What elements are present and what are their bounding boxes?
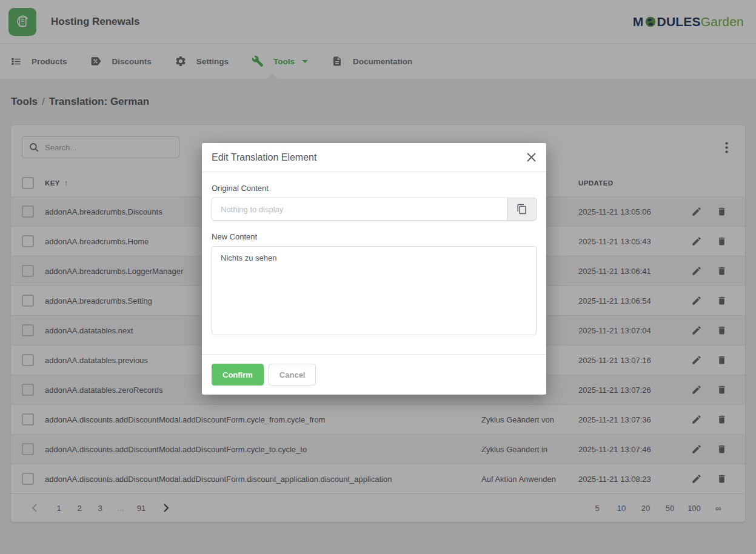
modal-footer: Confirm Cancel — [202, 354, 546, 395]
close-icon — [527, 153, 536, 162]
modal-header: Edit Translation Element — [202, 143, 546, 172]
close-button[interactable] — [526, 152, 537, 163]
edit-translation-modal: Edit Translation Element Original Conten… — [202, 143, 546, 395]
copy-button[interactable] — [507, 198, 537, 221]
copy-icon — [517, 204, 527, 215]
modal-title: Edit Translation Element — [212, 152, 316, 163]
original-content-input[interactable] — [212, 198, 507, 221]
original-content-label: Original Content — [212, 184, 537, 193]
new-content-textarea[interactable]: Nichts zu sehen — [212, 246, 537, 335]
original-content-group — [212, 198, 537, 221]
cancel-button[interactable]: Cancel — [269, 364, 316, 385]
new-content-label: New Content — [212, 232, 537, 241]
confirm-button[interactable]: Confirm — [212, 364, 264, 385]
